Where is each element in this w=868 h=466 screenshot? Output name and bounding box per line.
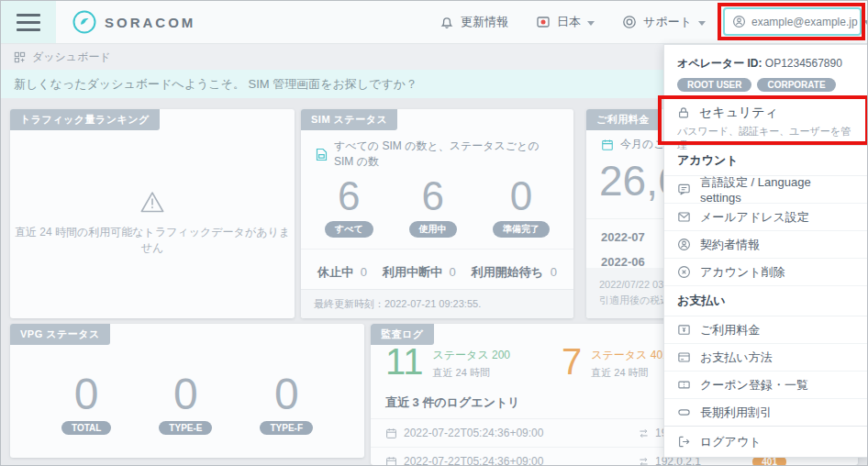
status-badge: すべて xyxy=(325,221,373,238)
topbar: SORACOM 更新情報 日本 xyxy=(1,1,867,44)
ticket-icon xyxy=(677,378,691,392)
sim-substat: 利用中断中 0 xyxy=(383,264,456,281)
card-title: トラフィック量ランキング xyxy=(10,109,160,130)
x-circle-icon xyxy=(677,265,691,279)
chat-bubble-icon xyxy=(677,183,691,196)
audit-stat-200: 11 ステータス 200 直近 24 時間 xyxy=(385,344,510,380)
status-badge: TOTAL xyxy=(61,421,111,435)
status-badge: 使用中 xyxy=(409,221,457,238)
transfer-arrows-icon xyxy=(638,456,650,466)
account-email: example@example.jp xyxy=(751,16,858,28)
status-badge: 準備完了 xyxy=(493,221,550,238)
sim-card-icon xyxy=(316,148,328,161)
vpg-stat-type-f: 0 TYPE-F xyxy=(260,372,313,435)
operator-id-label: オペレーター ID: xyxy=(677,57,762,70)
status-badge: TYPE-E xyxy=(159,421,212,435)
vpg-status-card: VPG ステータス 0 TOTAL 0 TYPE-E 0 TYPE-F xyxy=(10,324,364,458)
operator-id-value: OP1234567890 xyxy=(765,57,842,70)
sim-status-footer: 最終更新時刻：2022-07-21 09:23:55. xyxy=(301,289,573,318)
capsule-tag-icon xyxy=(677,405,691,419)
updates-button[interactable]: 更新情報 xyxy=(440,14,508,30)
support-menu[interactable]: サポート xyxy=(622,14,706,30)
menu-item-language-settings[interactable]: 言語設定 / Language settings xyxy=(664,176,868,204)
sim-substat: 利用開始待ち 0 xyxy=(472,264,557,281)
menu-item-email-settings[interactable]: メールアドレス設定 xyxy=(664,204,868,231)
chevron-down-icon xyxy=(698,21,706,26)
chevron-down-icon xyxy=(587,21,595,26)
menu-item-contract-info[interactable]: 契約者情報 xyxy=(664,231,868,259)
brand-name: SORACOM xyxy=(105,15,195,30)
security-label: セキュリティ xyxy=(699,105,778,121)
menu-item-payment-method[interactable]: お支払い方法 xyxy=(664,344,868,372)
card-title: SIM ステータス xyxy=(301,109,397,130)
sim-stat-ready: 0 準備完了 xyxy=(493,175,550,238)
traffic-empty-message: 直近 24 時間の利用可能なトラフィックデータがありません xyxy=(10,225,295,256)
operator-info: オペレーター ID: OP1234567890 ROOT USER CORPOR… xyxy=(664,45,868,96)
support-label: サポート xyxy=(643,14,692,30)
calendar-icon xyxy=(385,427,397,439)
soracom-logo-icon xyxy=(72,10,96,34)
japan-flag-icon xyxy=(536,15,551,29)
calendar-icon xyxy=(601,139,614,151)
traffic-ranking-card: トラフィック量ランキング 直近 24 時間の利用可能なトラフィックデータがありま… xyxy=(10,109,295,318)
credit-card-icon xyxy=(677,350,691,364)
calendar-icon xyxy=(385,456,397,466)
transfer-arrows-icon xyxy=(638,427,650,439)
card-title: VPG ステータス xyxy=(10,324,110,345)
lifebuoy-icon xyxy=(622,15,637,29)
lock-icon xyxy=(677,106,690,119)
sim-status-substats: 休止中 0 利用中断中 0 利用開始待ち 0 xyxy=(301,249,573,281)
warning-triangle-icon xyxy=(139,190,165,214)
status-badge: TYPE-F xyxy=(260,421,313,435)
card-title: ご利用料金 xyxy=(586,109,660,130)
user-circle-icon xyxy=(677,238,691,251)
sim-stat-all: 6 すべて xyxy=(325,175,373,238)
audit-stat-401: 7 ステータス 401 直近 24 時間 xyxy=(562,344,669,380)
menu-item-coupons[interactable]: クーポン登録・一覧 xyxy=(664,372,868,399)
section-header-account: アカウント xyxy=(664,146,868,176)
notice-text: 新しくなったダッシュボードへようこそ。 SIM 管理画面をお探しですか？ xyxy=(14,76,417,93)
menu-item-long-term-discount[interactable]: 長期利用割引 xyxy=(664,399,868,427)
soracom-logo: SORACOM xyxy=(72,1,195,43)
hamburger-menu-button[interactable] xyxy=(1,1,56,43)
traffic-empty-state: 直近 24 時間の利用可能なトラフィックデータがありません xyxy=(10,109,295,256)
section-header-payment: お支払い xyxy=(664,286,868,316)
vpg-stat-type-e: 0 TYPE-E xyxy=(159,372,212,435)
language-label: 日本 xyxy=(557,14,581,30)
menu-item-billing[interactable]: ご利用料金 xyxy=(664,316,868,344)
chevron-down-icon xyxy=(863,20,868,25)
soracom-console-screen: SORACOM 更新情報 日本 xyxy=(0,0,868,466)
sim-status-stats: 6 すべて 6 使用中 0 準備完了 xyxy=(301,170,573,238)
breadcrumb-label: ダッシュボード xyxy=(32,50,111,65)
menu-item-logout[interactable]: ログアウト xyxy=(664,426,868,457)
account-menu-button[interactable]: example@example.jp xyxy=(723,7,862,36)
root-user-badge: ROOT USER xyxy=(677,78,751,92)
bell-icon xyxy=(440,15,454,29)
sim-stat-active: 6 使用中 xyxy=(409,175,457,238)
topbar-actions: 更新情報 日本 サポート xyxy=(440,1,706,43)
invoice-icon xyxy=(677,323,691,337)
updates-label: 更新情報 xyxy=(461,14,508,30)
language-selector[interactable]: 日本 xyxy=(536,14,595,30)
menu-item-delete-account[interactable]: アカウント削除 xyxy=(664,259,868,286)
menu-item-security[interactable]: セキュリティ パスワード、認証キー、ユーザーを管理 xyxy=(664,96,868,146)
sim-substat: 休止中 0 xyxy=(317,264,367,281)
vpg-stat-total: 0 TOTAL xyxy=(61,372,111,435)
sim-status-card: SIM ステータス すべての SIM の数と、ステータスごとの SIM の数 6… xyxy=(301,109,573,318)
card-title: 監査ログ xyxy=(371,324,434,345)
logout-icon xyxy=(677,435,691,449)
user-circle-icon xyxy=(732,15,746,28)
envelope-icon xyxy=(677,210,691,224)
corporate-badge: CORPORATE xyxy=(757,78,835,92)
dashboard-grid-icon xyxy=(14,51,26,63)
account-dropdown: オペレーター ID: OP1234567890 ROOT USER CORPOR… xyxy=(663,44,868,458)
